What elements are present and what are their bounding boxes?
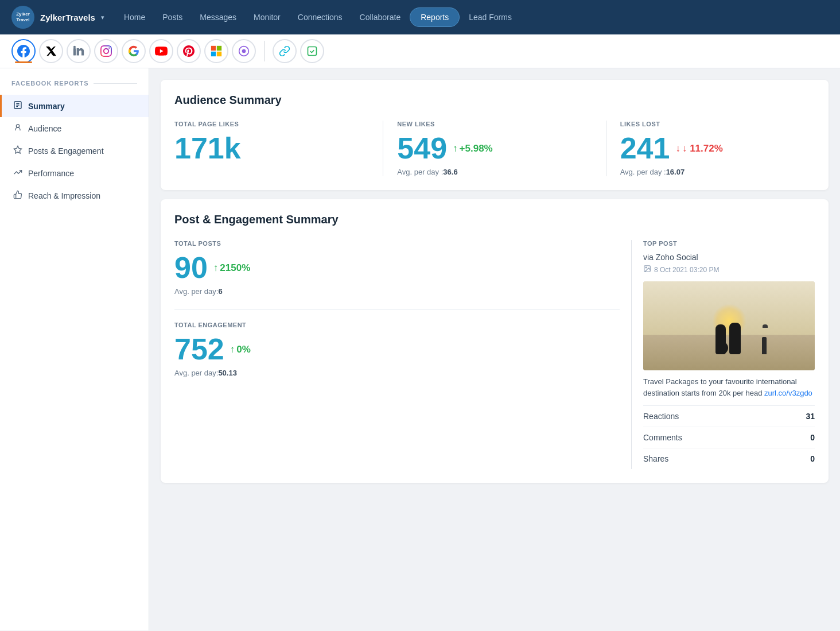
- top-post-link[interactable]: zurl.co/v3zgdo: [764, 389, 812, 397]
- sidebar: FACEBOOK REPORTS Summary Audience Posts …: [0, 68, 149, 630]
- svg-rect-3: [217, 46, 221, 51]
- sidebar-item-posts-engagement[interactable]: Posts & Engagement: [0, 140, 149, 162]
- brand-chevron-icon: ▾: [101, 14, 104, 21]
- total-engagement-change: ↑ 0%: [230, 344, 251, 354]
- metric-label-new-likes: NEW LIKES: [397, 121, 592, 127]
- sidebar-section-title: FACEBOOK REPORTS: [0, 80, 149, 95]
- social-bar: [0, 34, 840, 68]
- svg-point-16: [645, 267, 647, 268]
- svg-point-1: [73, 46, 76, 48]
- social-icon-microsoft[interactable]: [204, 39, 228, 63]
- svg-point-13: [16, 125, 19, 127]
- total-engagement-value: 752 ↑ 0%: [174, 334, 620, 364]
- nav-item-messages[interactable]: Messages: [192, 8, 244, 26]
- post-stats-left: TOTAL POSTS 90 ↑ 2150% Avg. per day:6: [174, 240, 620, 469]
- main-layout: FACEBOOK REPORTS Summary Audience Posts …: [0, 68, 840, 630]
- svg-rect-0: [73, 48, 76, 56]
- social-icon-circle[interactable]: [232, 39, 256, 63]
- post-stat-reactions: Reactions 31: [643, 406, 815, 427]
- metric-new-likes: NEW LIKES 549 ↑ +5.98% Avg. per day :36.…: [397, 121, 606, 176]
- nav-item-collaborate[interactable]: Collaborate: [352, 8, 409, 26]
- metric-value-total-likes: 171k: [174, 133, 369, 163]
- svg-rect-5: [217, 52, 221, 56]
- top-post-image: [643, 281, 815, 370]
- metric-total-likes: TOTAL PAGE LIKES 171k: [174, 121, 383, 176]
- total-posts-block: TOTAL POSTS 90 ↑ 2150% Avg. per day:6: [174, 240, 620, 296]
- sidebar-item-performance[interactable]: Performance: [0, 162, 149, 184]
- brand-name: ZylkerTravels: [40, 13, 95, 22]
- total-engagement-block: TOTAL ENGAGEMENT 752 ↑ 0% Avg. per day:5…: [174, 322, 620, 377]
- top-post-label: TOP POST: [643, 240, 815, 247]
- metric-value-likes-lost: 241 ↓ ↓ 11.72%: [620, 133, 815, 163]
- audience-metrics-row: TOTAL PAGE LIKES 171k NEW LIKES 549 ↑ +5…: [174, 121, 815, 176]
- nav-items: Home Posts Messages Monitor Connections …: [116, 7, 829, 27]
- total-posts-value: 90 ↑ 2150%: [174, 253, 620, 282]
- social-bar-divider: [264, 41, 265, 61]
- metric-label-total-likes: TOTAL PAGE LIKES: [174, 121, 369, 127]
- metric-value-new-likes: 549 ↑ +5.98%: [397, 133, 592, 163]
- post-stat-comments: Comments 0: [643, 427, 815, 448]
- social-icon-facebook[interactable]: [11, 39, 36, 63]
- summary-icon: [13, 100, 22, 111]
- post-engagement-layout: TOTAL POSTS 90 ↑ 2150% Avg. per day:6: [174, 240, 815, 469]
- post-stat-shares: Shares 0: [643, 448, 815, 469]
- performance-icon: [13, 168, 22, 179]
- sidebar-item-audience[interactable]: Audience: [0, 117, 149, 140]
- audience-summary-title: Audience Summary: [174, 94, 815, 107]
- total-posts-label: TOTAL POSTS: [174, 240, 620, 247]
- social-icon-instagram[interactable]: [94, 39, 118, 63]
- nav-item-connections[interactable]: Connections: [290, 8, 351, 26]
- brand[interactable]: Zylker Travel ZylkerTravels ▾: [11, 6, 104, 29]
- new-likes-avg: Avg. per day :36.6: [397, 168, 592, 176]
- main-content: Audience Summary TOTAL PAGE LIKES 171k N…: [149, 68, 840, 630]
- likes-lost-change: ↓ ↓ 11.72%: [675, 144, 722, 153]
- reach-impression-icon: [13, 190, 22, 201]
- total-posts-change: ↑ 2150%: [213, 263, 250, 273]
- posts-divider: [174, 309, 620, 310]
- social-icon-linkedin[interactable]: [67, 39, 91, 63]
- total-posts-avg: Avg. per day:6: [174, 287, 620, 296]
- post-engagement-card: Post & Engagement Summary TOTAL POSTS 90…: [161, 199, 829, 483]
- social-icon-twitter[interactable]: [39, 39, 63, 63]
- new-likes-change: ↑ +5.98%: [453, 144, 493, 153]
- svg-point-7: [242, 49, 246, 53]
- image-icon: [643, 265, 651, 274]
- top-nav: Zylker Travel ZylkerTravels ▾ Home Posts…: [0, 0, 840, 34]
- post-engagement-stats: Reactions 31 Comments 0 Shares 0: [643, 405, 815, 469]
- social-icon-pinterest[interactable]: [177, 39, 201, 63]
- social-icon-link[interactable]: [273, 39, 297, 63]
- audience-summary-card: Audience Summary TOTAL PAGE LIKES 171k N…: [161, 80, 829, 190]
- social-icon-youtube[interactable]: [149, 39, 173, 63]
- nav-item-home[interactable]: Home: [116, 8, 153, 26]
- post-engagement-title: Post & Engagement Summary: [174, 213, 815, 226]
- svg-marker-14: [14, 146, 21, 153]
- posts-engagement-icon: [13, 145, 22, 156]
- brand-logo: Zylker Travel: [11, 6, 34, 29]
- social-icon-google[interactable]: [122, 39, 146, 63]
- svg-rect-4: [211, 52, 216, 56]
- audience-icon: [13, 123, 22, 134]
- nav-item-reports[interactable]: Reports: [410, 7, 460, 27]
- likes-lost-avg: Avg. per day :16.07: [620, 168, 815, 176]
- top-post-block: TOP POST via Zoho Social 8 Oct 2021 03:2…: [631, 240, 815, 469]
- top-post-caption: Travel Packages to your favourite intern…: [643, 376, 815, 398]
- nav-item-lead-forms[interactable]: Lead Forms: [461, 8, 520, 26]
- svg-rect-8: [308, 47, 317, 56]
- total-engagement-label: TOTAL ENGAGEMENT: [174, 322, 620, 328]
- metric-label-likes-lost: LIKES LOST: [620, 121, 815, 127]
- top-post-source: via Zoho Social: [643, 253, 815, 262]
- metric-likes-lost: LIKES LOST 241 ↓ ↓ 11.72% Avg. per day :…: [620, 121, 815, 176]
- sidebar-item-summary[interactable]: Summary: [0, 95, 149, 117]
- nav-item-monitor[interactable]: Monitor: [246, 8, 289, 26]
- top-post-date: 8 Oct 2021 03:20 PM: [643, 265, 815, 274]
- sidebar-item-reach-impression[interactable]: Reach & Impression: [0, 184, 149, 207]
- svg-rect-2: [211, 46, 216, 51]
- nav-item-posts[interactable]: Posts: [154, 8, 190, 26]
- total-engagement-avg: Avg. per day:50.13: [174, 369, 620, 377]
- social-icon-green[interactable]: [300, 39, 324, 63]
